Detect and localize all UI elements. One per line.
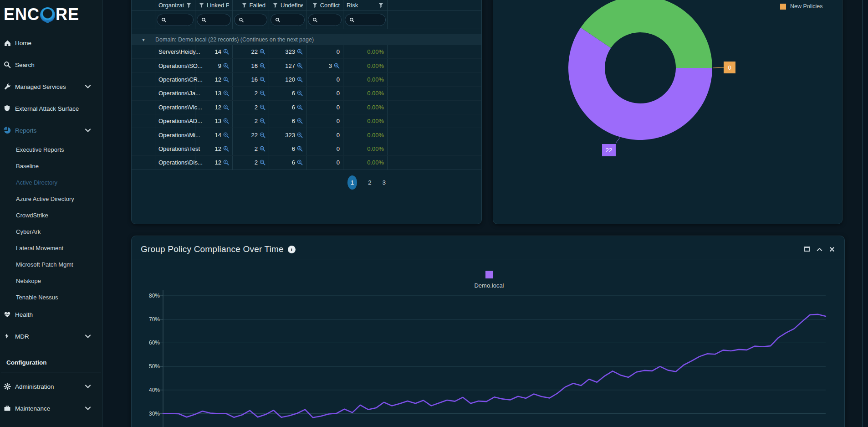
zoom-details-icon[interactable] — [223, 159, 229, 165]
zoom-details-icon[interactable] — [223, 118, 229, 124]
zoom-details-icon[interactable] — [223, 77, 229, 82]
sidebar-item-health[interactable]: Health — [0, 304, 102, 325]
sidebar-item-home[interactable]: Home — [0, 32, 102, 54]
sidebar-item-reports[interactable]: Reports — [0, 119, 102, 141]
zoom-details-icon[interactable] — [260, 77, 266, 82]
zoom-details-icon[interactable] — [260, 159, 266, 165]
sidebar-subitem-microsoft-patch-mgmt[interactable]: Microsoft Patch Mgmt — [0, 256, 102, 273]
page-button-3[interactable]: 3 — [382, 179, 386, 186]
zoom-details-icon[interactable] — [223, 90, 229, 96]
column-header-conflict[interactable]: Conflict — [306, 0, 343, 10]
column-header-linked-polici-[interactable]: Linked Polici... — [195, 0, 233, 10]
sidebar-subitem-crowdstrike[interactable]: CrowdStrike — [0, 207, 102, 223]
cell-linked-policies: 9 — [195, 59, 233, 72]
zoom-details-icon[interactable] — [260, 49, 266, 55]
sidebar-reports-sublist: Executive ReportsBaselineActive Director… — [0, 141, 102, 305]
zoom-details-icon[interactable] — [223, 49, 229, 55]
group-row-label: Domain: Demo.local (22 records) (Continu… — [155, 36, 314, 43]
zoom-details-icon[interactable] — [297, 104, 303, 110]
cell-undefined: 6 — [269, 156, 306, 169]
sidebar-subitem-cyberark[interactable]: CyberArk — [0, 223, 102, 240]
encore-logo[interactable]: ENCRE — [0, 0, 102, 26]
sidebar-item-external-attack-surface[interactable]: External Attack Surface — [0, 98, 102, 119]
sidebar-item-mdr[interactable]: MDR — [0, 325, 102, 347]
sidebar-item-maintenance[interactable]: Maintenance — [0, 397, 102, 419]
sidebar-subitem-tenable-nessus[interactable]: Tenable Nessus — [0, 289, 102, 305]
chevron-down-icon — [85, 383, 91, 390]
cell-failed: 22 — [233, 128, 269, 141]
sidebar-subitem-executive-reports[interactable]: Executive Reports — [0, 141, 102, 158]
zoom-details-icon[interactable] — [297, 118, 303, 124]
sidebar-item-administration[interactable]: Administration — [0, 376, 102, 397]
zoom-details-icon[interactable] — [223, 63, 229, 69]
page-button-2[interactable]: 2 — [368, 179, 372, 186]
table-row[interactable]: Operations\Vic...122600.00% — [132, 101, 481, 114]
sidebar-item-managed-services[interactable]: Managed Services — [0, 76, 102, 98]
column-search-input[interactable] — [234, 14, 267, 26]
zoom-details-icon[interactable] — [297, 49, 303, 55]
collapse-triangle-icon[interactable]: ▾ — [132, 37, 155, 43]
column-search-input[interactable] — [308, 14, 342, 26]
zoom-details-icon[interactable] — [334, 63, 340, 69]
table-row[interactable]: Operations\CR...121612000.00% — [132, 73, 481, 87]
filter-funnel-icon[interactable] — [186, 2, 192, 8]
table-row[interactable]: Servers\Heidy...142232300.00% — [132, 45, 481, 59]
zoom-details-icon[interactable] — [297, 146, 303, 152]
column-search-input[interactable] — [157, 14, 194, 26]
column-header-organizatio-[interactable]: Organizatio... — [155, 0, 195, 10]
zoom-details-icon[interactable] — [260, 146, 266, 152]
y-axis-tick-label: 70% — [135, 316, 160, 323]
zoom-details-icon[interactable] — [297, 90, 303, 96]
y-axis-tick-label: 80% — [135, 293, 160, 299]
cell-undefined: 6 — [269, 87, 306, 100]
filter-funnel-icon[interactable] — [199, 2, 204, 8]
line-chart[interactable] — [132, 236, 845, 427]
table-row[interactable]: Operations\Dis...122600.00% — [132, 156, 481, 170]
sidebar-subitem-lateral-movement[interactable]: Lateral Movement — [0, 240, 102, 256]
scrollbar-track[interactable] — [862, 0, 868, 427]
zoom-details-icon[interactable] — [260, 132, 266, 138]
column-search-input[interactable] — [345, 14, 386, 26]
filter-funnel-icon[interactable] — [378, 2, 384, 8]
sidebar-subitem-azure-active-directory[interactable]: Azure Active Directory — [0, 190, 102, 207]
zoom-details-icon[interactable] — [297, 63, 303, 69]
zoom-details-icon[interactable] — [297, 132, 303, 138]
column-search-input[interactable] — [197, 14, 231, 26]
toolbox-icon — [4, 405, 11, 412]
page-edge-divider — [850, 0, 850, 427]
filter-funnel-icon[interactable] — [312, 2, 318, 8]
page-button-1[interactable]: 1 — [347, 175, 357, 190]
dashboard-page: ENCRE HomeSearchManaged ServicesExternal… — [0, 0, 868, 427]
column-header-undefined[interactable]: Undefined — [269, 0, 306, 10]
table-group-row: ▾ Domain: Demo.local (22 records) (Conti… — [132, 34, 481, 45]
zoom-details-icon[interactable] — [260, 63, 266, 69]
filter-funnel-icon[interactable] — [241, 2, 247, 8]
zoom-details-icon[interactable] — [223, 132, 229, 138]
donut-chart[interactable] — [493, 0, 843, 225]
zoom-details-icon[interactable] — [297, 77, 303, 82]
table-row[interactable]: Operations\Test122600.00% — [132, 142, 481, 156]
zoom-details-icon[interactable] — [260, 118, 266, 124]
group-policy-table-panel: Organizatio...Linked Polici...FailedUnde… — [131, 0, 482, 224]
sidebar-item-label: Health — [15, 311, 33, 318]
sidebar-subitem-baseline[interactable]: Baseline — [0, 158, 102, 174]
cell-conflict: 0 — [306, 114, 343, 128]
column-header-risk[interactable]: Risk — [343, 0, 388, 10]
filter-funnel-icon[interactable] — [272, 2, 278, 8]
sidebar-item-label: Search — [15, 62, 35, 68]
table-row[interactable]: Operations\AD...132600.00% — [132, 114, 481, 128]
zoom-details-icon[interactable] — [223, 146, 229, 152]
line-chart-legend[interactable]: Demo.local — [450, 271, 528, 289]
zoom-details-icon[interactable] — [260, 104, 266, 110]
zoom-details-icon[interactable] — [223, 104, 229, 110]
table-row[interactable]: Operations\SO...91612730.00% — [132, 59, 481, 72]
zoom-details-icon[interactable] — [260, 90, 266, 96]
sidebar-subitem-active-directory[interactable]: Active Directory — [0, 174, 102, 190]
table-row[interactable]: Operations\Ja...132600.00% — [132, 87, 481, 100]
zoom-details-icon[interactable] — [297, 159, 303, 165]
sidebar-item-search[interactable]: Search — [0, 54, 102, 76]
table-row[interactable]: Operations\Mi...142232300.00% — [132, 128, 481, 142]
column-header-failed[interactable]: Failed — [233, 0, 269, 10]
sidebar-subitem-netskope[interactable]: Netskope — [0, 273, 102, 289]
column-search-input[interactable] — [271, 14, 305, 26]
